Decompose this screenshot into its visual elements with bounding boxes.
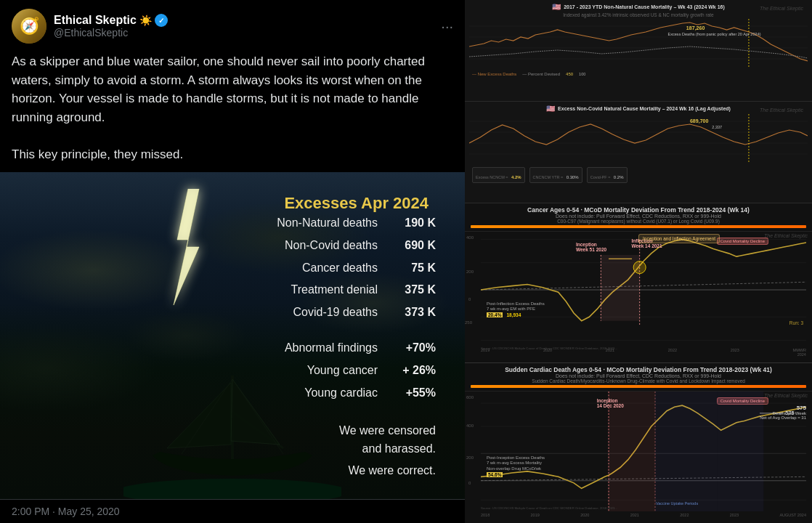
- cardiac-y-0: 0: [468, 481, 471, 485]
- cardiac-x-2018: 2018: [481, 513, 490, 517]
- stat-row-young-cancer: Young cancer + 26%: [307, 360, 436, 381]
- svg-text:2,337: 2,337: [712, 125, 722, 129]
- tweet-image: Excesses Apr 2024 Non-Natural deaths 190…: [0, 172, 465, 499]
- svg-text:Excess Deaths (from panic poli: Excess Deaths (from panic policy after 2…: [668, 32, 761, 36]
- y-axis-400: 400: [466, 235, 474, 240]
- left-panel: 🧭 Ethical Skeptic ☀️ ✓ @EthicalSkeptic ·…: [0, 0, 465, 523]
- stat-row-young-cardiac: Young cardiac +55%: [304, 383, 436, 404]
- stat-value: +55%: [392, 383, 436, 404]
- x-2024: MMWR2024: [793, 348, 806, 357]
- x-2021: 2021: [606, 348, 614, 357]
- svg-text:Source: US CDC/NCHS Multiple C: Source: US CDC/NCHS Multiple Cause of De…: [481, 506, 617, 510]
- stat-label: Covid-19 deaths: [293, 302, 378, 323]
- chart2-banner: 🇺🇸 Excess Non-Covid Natural Cause Mortal…: [469, 105, 808, 113]
- avatar: 🧭: [12, 9, 46, 44]
- y-axis-neg: -250: [465, 320, 472, 325]
- verified-badge-icon: ✓: [155, 14, 168, 27]
- cardiac-y-200: 200: [466, 455, 474, 460]
- stat-covid-pf: Covid-PF = 0.2%: [587, 167, 628, 183]
- chart1-svg: 187,260 Excess Deaths (from panic policy…: [469, 19, 808, 68]
- excesses-title: Excesses Apr 2024: [22, 187, 443, 213]
- stat-row-treatment: Treatment denial 375 K: [291, 280, 436, 301]
- stat-label: Young cancer: [307, 360, 378, 381]
- stat-label: Non-Natural deaths: [277, 213, 378, 234]
- svg-text:689,700: 689,700: [690, 118, 709, 124]
- stat-value: 373 K: [392, 302, 436, 323]
- stat-label: Young cardiac: [304, 383, 378, 404]
- stat-cncncm: CNCNCM YTR = 0.30%: [529, 167, 582, 183]
- stat-row-non-covid: Non-Covid deaths 690 K: [285, 235, 436, 256]
- cardiac-chart-section: Sudden Cardiac Death Ages 0-54 · MCoD Mo…: [465, 363, 812, 523]
- svg-point-33: [633, 262, 646, 274]
- stat-excess-ncncm: Excess NCNCM = 4.2%: [472, 167, 525, 183]
- cardiac-chart-svg: 575 Source: US CDC/NCHS Multiple Cause o…: [481, 392, 806, 511]
- cancer-chart-subtitle: Does not include: Pull Forward Effect, C…: [471, 214, 806, 219]
- svg-rect-21: [481, 232, 806, 352]
- stat-value: 190 K: [392, 213, 436, 234]
- chart2-noncovid: The Ethical Skeptic 🇺🇸 Excess Non-Covid …: [465, 102, 812, 203]
- cancer-chart-header: Cancer Ages 0-54 · MCoD Mortality Deviat…: [465, 203, 812, 232]
- stat-label: Non-Covid deaths: [285, 235, 378, 256]
- stat-value: + 26%: [392, 360, 436, 381]
- tweet-body: As a skipper and blue water sailor, one …: [0, 49, 465, 172]
- y-axis-0: 0: [468, 297, 471, 301]
- cancer-chart-body: The Ethical Skeptic Covid Mortality Decl…: [465, 232, 812, 358]
- tweet-timestamp: 2:00 PM · May 25, 2020: [12, 506, 120, 517]
- x-2019: 2019: [481, 348, 490, 357]
- top-charts-area: The Ethical Skeptic 🇺🇸 2017 - 2023 YTD N…: [465, 0, 812, 203]
- cardiac-x-2022: 2022: [680, 513, 689, 517]
- stat-row-covid19: Covid-19 deaths 373 K: [293, 302, 436, 323]
- us-flag-icon: 🇺🇸: [552, 3, 561, 11]
- more-options-icon[interactable]: ···: [441, 18, 453, 35]
- cardiac-post-inception: Post-Inception Excess Deaths 7 wk m-avg …: [487, 455, 545, 479]
- cancer-chart-title: Cancer Ages 0-54 · MCoD Mortality Deviat…: [471, 206, 806, 214]
- tweet-footer: 2:00 PM · May 25, 2020: [0, 499, 465, 523]
- cancer-chart-section: Cancer Ages 0-54 · MCoD Mortality Deviat…: [465, 203, 812, 363]
- vaccine-label: Vaccine Uptake Periods: [656, 501, 698, 506]
- chart1-banner: 🇺🇸 2017 - 2023 YTD Non-Natural Cause Mor…: [469, 3, 808, 11]
- us-flag2-icon: 🇺🇸: [546, 105, 555, 113]
- cardiac-orange-bar: [471, 385, 806, 388]
- display-name: Ethical Skeptic: [54, 14, 137, 27]
- y-axis-200: 200: [466, 269, 474, 274]
- cancer-chart-svg: Source: US CDC/NCHS Multiple Cause of De…: [481, 232, 806, 352]
- x-2023: 2023: [731, 348, 739, 357]
- cardiac-y-600: 600: [466, 395, 474, 400]
- cardiac-x-2020: 2020: [580, 513, 589, 517]
- stat-value: +70%: [392, 338, 436, 359]
- cardiac-x-2021: 2021: [630, 513, 639, 517]
- sun-badge-icon: ☀️: [139, 15, 152, 26]
- cardiac-chart-note: Sudden Cardiac Death/Myocarditis-Unknown…: [471, 378, 806, 384]
- x-2020: 2020: [543, 348, 552, 357]
- svg-rect-43: [609, 392, 655, 511]
- stat-label: Cancer deaths: [302, 258, 378, 279]
- chart1-title: 2017 - 2023 YTD Non-Natural Cause Mortal…: [564, 4, 725, 9]
- tweet-header: 🧭 Ethical Skeptic ☀️ ✓ @EthicalSkeptic ·…: [0, 0, 465, 49]
- chart1-nonnatural: The Ethical Skeptic 🇺🇸 2017 - 2023 YTD N…: [465, 0, 812, 102]
- run-label: Run: 3: [789, 320, 803, 325]
- chart2-svg: 689,700 2,337: [469, 114, 808, 163]
- chart2-title: Excess Non-Covid Natural Cause Mortality…: [558, 106, 731, 111]
- cardiac-chart-body: The Ethical Skeptic Covid Mortality Decl…: [465, 392, 812, 519]
- censored-line2: and harassed.: [22, 439, 443, 458]
- chart2-stats: Excess NCNCM = 4.2% CNCNCM YTR = 0.30% C…: [469, 166, 808, 184]
- agreement-label: Inception and Inflection Agreement: [638, 234, 720, 243]
- x-2022: 2022: [668, 348, 677, 357]
- stat-value: 375 K: [392, 280, 436, 301]
- watermark2: The Ethical Skeptic: [760, 108, 803, 113]
- cardiac-chart-subtitle: Does not include: Pull Forward Effect, C…: [471, 373, 806, 378]
- censored-block: We were censored and harassed. We were c…: [22, 421, 443, 485]
- stat-row-abnormal: Abnormal findings +70%: [285, 338, 436, 359]
- correct-line: We were correct.: [22, 464, 443, 485]
- cardiac-chart-header: Sudden Cardiac Death Ages 0-54 · MCoD Mo…: [465, 363, 812, 392]
- post-inflection-annotation: Post-Inflection Excess Deaths 7 wk m-avg…: [487, 301, 545, 319]
- stat-row-non-natural: Non-Natural deaths 190 K: [277, 213, 436, 234]
- cancer-chart-note: C00-C97 (Malignant neoplasms) without Co…: [471, 219, 806, 224]
- inception-label: InceptionWeek 51 2020: [576, 242, 606, 252]
- censored-line1: We were censored: [22, 421, 443, 440]
- orange-accent-bar: [471, 225, 806, 228]
- chart1-subtitle: Indexed against 3.42% intrinsic observed…: [469, 12, 808, 17]
- right-panel: The Ethical Skeptic 🇺🇸 2017 - 2023 YTD N…: [465, 0, 812, 523]
- cardiac-x-2019: 2019: [531, 513, 540, 517]
- image-text-overlay: Excesses Apr 2024 Non-Natural deaths 190…: [0, 172, 465, 499]
